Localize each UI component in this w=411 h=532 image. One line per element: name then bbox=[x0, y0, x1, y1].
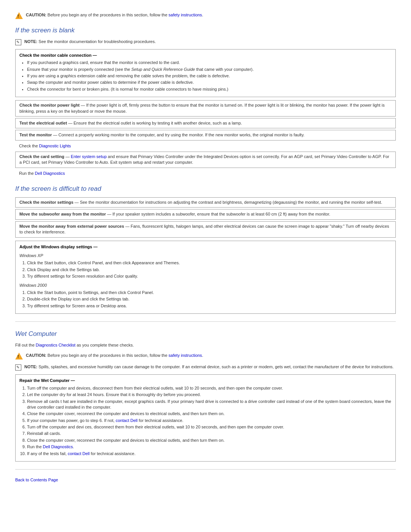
check-cable-title: Check the monitor cable connection — bbox=[19, 53, 97, 58]
diagnostics-checklist-link[interactable]: Diagnostics Checklist bbox=[36, 343, 76, 347]
note-icon-section1 bbox=[15, 39, 21, 45]
check-power-title: Check the monitor power light bbox=[19, 103, 80, 107]
note-block-section3: NOTE: Spills, splashes, and excessive hu… bbox=[15, 364, 396, 371]
divider-2 bbox=[15, 469, 396, 470]
list-item: Close the computer cover, reconnect the … bbox=[27, 411, 392, 417]
list-item: Remove all cards t hat are installed in … bbox=[27, 399, 392, 411]
check-diagnostic-row: Check the Diagnostic Lights bbox=[15, 142, 396, 150]
enter-system-setup-link[interactable]: Enter system setup bbox=[71, 154, 107, 159]
caution-icon-section3 bbox=[15, 353, 23, 359]
test-outlet-title: Test the electrical outlet bbox=[19, 121, 67, 125]
caution-text-top: CAUTION: Before you begin any of the pro… bbox=[26, 12, 203, 18]
adjust-windows-title: Adjust the Windows display settings — bbox=[19, 244, 97, 249]
windows-xp-steps: Click the Start button, click Control Pa… bbox=[27, 260, 392, 279]
test-monitor-text: — Connect a properly working monitor to … bbox=[53, 133, 304, 137]
caution-icon-top bbox=[15, 12, 23, 19]
test-monitor-title: Test the monitor bbox=[19, 133, 52, 137]
check-card-row: Check the card setting — Enter system se… bbox=[15, 152, 396, 168]
list-item: Turn off the computer and devi ces, disc… bbox=[27, 424, 392, 430]
divider-1 bbox=[15, 321, 396, 322]
check-settings-row: Check the monitor settings — See the mon… bbox=[15, 197, 396, 208]
note-text-section3: NOTE: Spills, splashes, and excessive hu… bbox=[24, 364, 393, 370]
list-item: Click the Start button, click Control Pa… bbox=[27, 260, 392, 266]
list-item: Run the Dell Diagnostics. bbox=[27, 444, 392, 450]
test-monitor-row: Test the monitor — Connect a properly wo… bbox=[15, 130, 396, 140]
safety-instructions-link-section3[interactable]: safety instructions bbox=[169, 353, 202, 358]
windows-2000-label: Windows 2000 bbox=[19, 283, 392, 288]
list-item: If any of the tests fail, contact Dell f… bbox=[27, 451, 392, 457]
caution-block-section3: CAUTION: Before you begin any of the pro… bbox=[15, 353, 396, 359]
fill-note-text: Fill out the Diagnostics Checklist as yo… bbox=[15, 342, 396, 348]
caution-block-top: CAUTION: Before you begin any of the pro… bbox=[15, 12, 396, 19]
list-item: Close the computer cover, reconnect the … bbox=[27, 438, 392, 443]
check-settings-title: Check the monitor settings bbox=[19, 200, 73, 204]
check-card-title: Check the card setting bbox=[19, 154, 64, 159]
list-item: Try different settings for Screen area o… bbox=[27, 303, 392, 309]
list-item: Ensure that your monitor is properly con… bbox=[27, 67, 392, 72]
move-subwoofer-row: Move the subwoofer away from the monitor… bbox=[15, 209, 396, 219]
move-monitor-row: Move the monitor away from external powe… bbox=[15, 221, 396, 238]
check-cable-list: If you purchased a graphics card, ensure… bbox=[27, 60, 392, 92]
caution-text-section3: CAUTION: Before you begin any of the pro… bbox=[26, 353, 203, 358]
safety-instructions-link-top[interactable]: safety instructions bbox=[169, 13, 202, 17]
note-block-section1: NOTE: See the monitor documentation for … bbox=[15, 39, 396, 45]
list-item: Check the connector for bent or broken p… bbox=[27, 86, 392, 92]
check-power-row: Check the monitor power light — If the p… bbox=[15, 100, 396, 117]
repair-wet-computer-title: Repair the Wet Computer — bbox=[19, 378, 75, 383]
section1-title: If the screen is blank bbox=[15, 26, 396, 35]
list-item: If you purchased a graphics card, ensure… bbox=[27, 60, 392, 66]
move-monitor-title: Move the monitor away from external powe… bbox=[19, 224, 124, 228]
check-cable-box: Check the monitor cable connection — If … bbox=[15, 49, 396, 97]
section3-title: Wet Computer bbox=[15, 329, 396, 339]
move-subwoofer-title: Move the subwoofer away from the monitor bbox=[19, 212, 106, 216]
run-dell-row: Run the Dell Diagnostics bbox=[15, 169, 396, 177]
list-item: Click the Start button, point to Setting… bbox=[27, 290, 392, 296]
test-outlet-row: Test the electrical outlet — Ensure that… bbox=[15, 118, 396, 128]
repair-steps-list: Turn off the computer and devices, disco… bbox=[27, 385, 392, 457]
dell-diagnostics-link-1[interactable]: Dell Diagnostics bbox=[35, 171, 65, 176]
list-item: Try different settings for Screen resolu… bbox=[27, 273, 392, 279]
adjust-windows-box: Adjust the Windows display settings — Wi… bbox=[15, 241, 396, 314]
note-text-section1: NOTE: See the monitor documentation for … bbox=[24, 39, 156, 45]
list-item: Reinstall all cards. bbox=[27, 431, 392, 436]
list-item: Click Display and click the Settings tab… bbox=[27, 267, 392, 273]
back-to-contents-link[interactable]: Back to Contents Page bbox=[15, 477, 396, 483]
check-settings-text: — See the monitor documentation for inst… bbox=[75, 200, 382, 204]
test-outlet-text: — Ensure that the electrical outlet is w… bbox=[68, 121, 242, 125]
list-item: Let the computer dry for at least 24 hou… bbox=[27, 392, 392, 398]
list-item: Swap the computer and monitor power cabl… bbox=[27, 80, 392, 85]
contact-dell-link-2[interactable]: contact Dell bbox=[68, 451, 89, 456]
list-item: If you are using a graphics extension ca… bbox=[27, 73, 392, 79]
list-item: If your computer has power, go to step 6… bbox=[27, 418, 392, 423]
move-subwoofer-text: — If your speaker system includes a subw… bbox=[107, 212, 330, 216]
contact-dell-link-1[interactable]: contact Dell bbox=[116, 418, 137, 423]
section2-title: If the screen is difficult to read bbox=[15, 184, 396, 193]
repair-wet-computer-box: Repair the Wet Computer — Turn off the c… bbox=[15, 374, 396, 462]
dell-diagnostics-link-2[interactable]: Dell Diagnostics bbox=[43, 444, 73, 449]
list-item: Double-click the Display icon and click … bbox=[27, 296, 392, 302]
windows-xp-label: Windows XP bbox=[19, 253, 392, 259]
windows-2000-steps: Click the Start button, point to Setting… bbox=[27, 290, 392, 309]
note-icon-section3 bbox=[15, 364, 21, 371]
check-card-dash: — bbox=[65, 154, 71, 159]
diagnostic-lights-link[interactable]: Diagnostic Lights bbox=[39, 144, 71, 148]
list-item: Turn off the computer and devices, disco… bbox=[27, 385, 392, 391]
